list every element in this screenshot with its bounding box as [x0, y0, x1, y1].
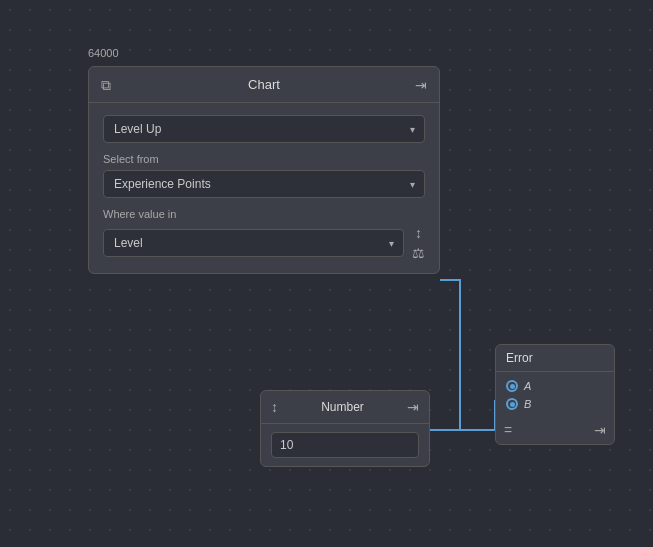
number-node-title: Number — [321, 400, 364, 414]
export-icon-number[interactable]: ⇥ — [407, 399, 419, 415]
level-up-select[interactable]: Level Up — [103, 115, 425, 143]
balance-icon[interactable]: ⚖ — [412, 245, 425, 261]
external-link-icon[interactable]: ⧉ — [101, 76, 111, 93]
number-input[interactable] — [271, 432, 419, 458]
error-node: Error A B = ⇥ — [495, 344, 615, 445]
error-node-header: Error — [496, 345, 614, 372]
error-label-b: B — [524, 398, 531, 410]
experience-points-select[interactable]: Experience Points — [103, 170, 425, 198]
number-node-header: ↕ Number ⇥ — [261, 391, 429, 424]
radio-b[interactable] — [506, 398, 518, 410]
error-node-footer: = ⇥ — [496, 418, 614, 444]
radio-a[interactable] — [506, 380, 518, 392]
level-up-select-wrapper: Level Up ▾ — [103, 115, 425, 143]
error-label-a: A — [524, 380, 531, 392]
where-value-label: Where value in — [103, 208, 425, 220]
error-row-a: A — [506, 380, 604, 392]
chart-value-label: 64000 — [88, 47, 119, 59]
chart-node-body: Level Up ▾ Select from Experience Points… — [89, 103, 439, 273]
level-select[interactable]: Level — [103, 229, 404, 257]
select-from-label: Select from — [103, 153, 425, 165]
experience-points-select-wrapper: Experience Points ▾ — [103, 170, 425, 198]
error-node-body: A B — [496, 372, 614, 418]
sort-icon[interactable]: ↕ — [415, 225, 422, 241]
chart-node-title: Chart — [248, 77, 280, 92]
level-select-wrapper: Level ▾ — [103, 229, 404, 257]
output-arrow-icon[interactable]: ⇥ — [594, 422, 606, 438]
export-icon[interactable]: ⇥ — [415, 77, 427, 93]
equals-sign: = — [504, 422, 512, 438]
error-row-b: B — [506, 398, 604, 410]
chart-node: ⧉ Chart ⇥ Level Up ▾ Select from Experie… — [88, 66, 440, 274]
chart-node-header: ⧉ Chart ⇥ — [89, 67, 439, 103]
number-node: ↕ Number ⇥ — [260, 390, 430, 467]
number-node-body — [261, 424, 429, 466]
sort-icon-number[interactable]: ↕ — [271, 399, 278, 415]
